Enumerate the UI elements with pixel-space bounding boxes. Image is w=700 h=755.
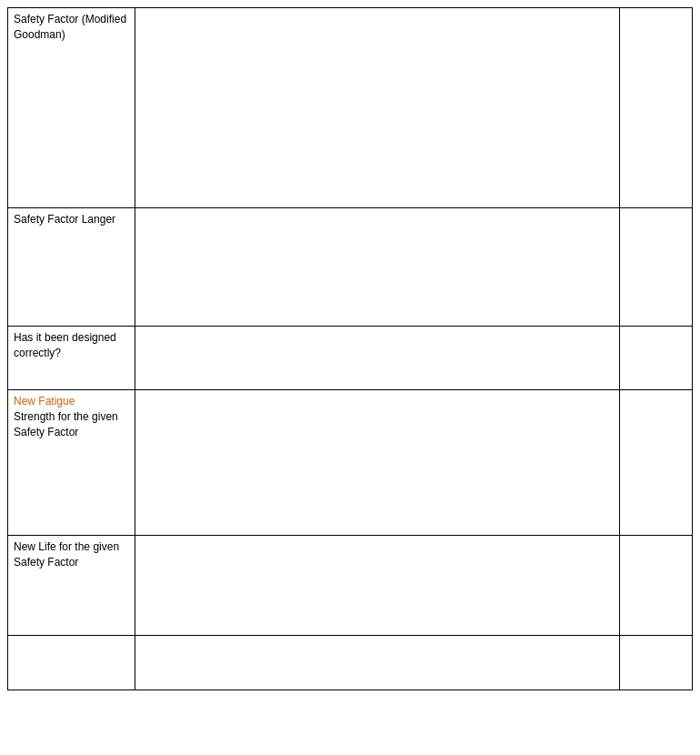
value-cell-safety-factor-modified-middle — [135, 8, 620, 208]
label-text-safety-factor-modified: Safety Factor (Modified Goodman) — [14, 13, 126, 41]
label-text-new-life: New Life for the given Safety Factor — [14, 540, 119, 569]
table-row: New Life for the given Safety Factor — [8, 536, 693, 636]
value-cell-new-life-middle — [135, 536, 620, 636]
value-cell-safety-factor-modified-right — [620, 8, 693, 208]
value-cell-has-it-been-middle — [135, 327, 620, 390]
value-cell-safety-factor-langer-right — [620, 208, 693, 327]
table-row — [8, 636, 693, 690]
value-cell-new-life-right — [620, 536, 693, 636]
label-orange-text: New Fatigue — [14, 395, 75, 408]
value-cell-empty-right — [620, 636, 693, 690]
label-cell-new-fatigue: New Fatigue Strength for the given Safet… — [8, 390, 135, 536]
value-cell-has-it-been-right — [620, 327, 693, 390]
main-table: Safety Factor (Modified Goodman) Safety … — [7, 7, 693, 690]
table-row: Safety Factor (Modified Goodman) — [8, 8, 693, 208]
label-text-new-fatigue: New Fatigue Strength for the given Safet… — [14, 395, 118, 438]
table-row: Has it been designed correctly? — [8, 327, 693, 390]
value-cell-new-fatigue-middle — [135, 390, 620, 536]
table-row: New Fatigue Strength for the given Safet… — [8, 390, 693, 536]
label-cell-safety-factor-langer: Safety Factor Langer — [8, 208, 135, 327]
label-text-has-it-been: Has it been designed correctly? — [14, 331, 116, 359]
page-container: Safety Factor (Modified Goodman) Safety … — [0, 0, 700, 755]
table-row: Safety Factor Langer — [8, 208, 693, 327]
label-text-safety-factor-langer: Safety Factor Langer — [14, 213, 115, 226]
value-cell-safety-factor-langer-middle — [135, 208, 620, 327]
label-cell-has-it-been: Has it been designed correctly? — [8, 327, 135, 390]
value-cell-empty-middle — [135, 636, 620, 690]
value-cell-new-fatigue-right — [620, 390, 693, 536]
label-cell-empty — [8, 636, 135, 690]
label-cell-new-life: New Life for the given Safety Factor — [8, 536, 135, 636]
label-plain-text: Strength for the given Safety Factor — [14, 410, 118, 438]
label-cell-safety-factor-modified: Safety Factor (Modified Goodman) — [8, 8, 135, 208]
